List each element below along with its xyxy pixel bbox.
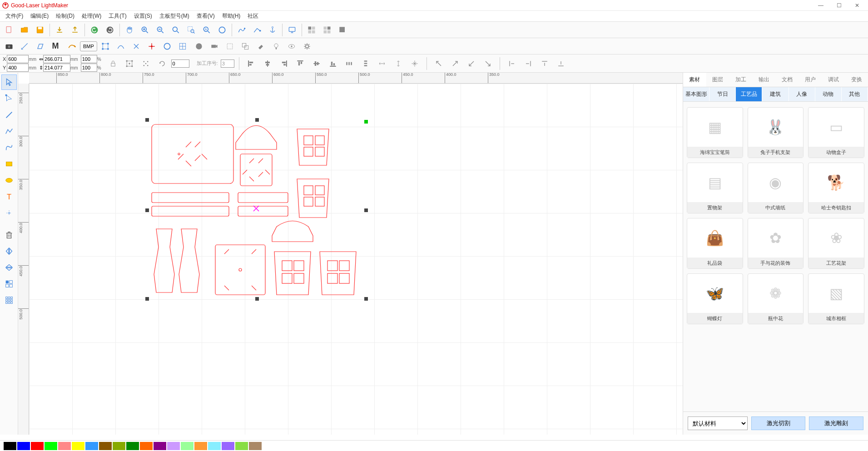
zoom-fit-button[interactable] xyxy=(169,23,183,37)
panel-tab-5[interactable]: 用户 xyxy=(799,73,822,87)
height-pct-input[interactable] xyxy=(81,64,97,72)
panel-tab-0[interactable]: 素材 xyxy=(683,73,706,87)
align-center-v-button[interactable] xyxy=(309,56,324,71)
x-input[interactable] xyxy=(7,55,29,63)
line-tool[interactable] xyxy=(1,107,17,123)
circle-button[interactable] xyxy=(160,39,174,54)
rotate-input[interactable] xyxy=(171,59,189,68)
path-tool-1[interactable] xyxy=(234,23,249,37)
open-button[interactable] xyxy=(17,23,32,37)
panel-tab-2[interactable]: 加工 xyxy=(729,73,753,87)
grid-2-button[interactable] xyxy=(320,23,334,37)
skew-button[interactable] xyxy=(33,39,47,54)
corner-br-button[interactable] xyxy=(481,56,495,71)
panel-tab-1[interactable]: 图层 xyxy=(706,73,729,87)
dots-button[interactable] xyxy=(139,56,153,71)
material-select[interactable]: 默认材料 xyxy=(688,416,748,430)
bmp-button[interactable]: BMP xyxy=(80,41,97,51)
anchor-grid-button[interactable] xyxy=(122,56,137,71)
light-button[interactable] xyxy=(269,39,283,54)
ellipse-tool[interactable] xyxy=(1,173,17,188)
gallery-item-4[interactable]: ◉中式墙纸 xyxy=(748,163,804,213)
y-input[interactable] xyxy=(7,64,29,72)
zoom-in-button[interactable] xyxy=(138,23,152,37)
bbox-button[interactable] xyxy=(98,39,113,54)
width-input[interactable] xyxy=(43,55,70,63)
mirror-v-tool[interactable] xyxy=(1,260,17,275)
camera-button[interactable] xyxy=(2,39,16,54)
menu-board[interactable]: 主板型号(M) xyxy=(156,12,193,20)
node-tool[interactable] xyxy=(1,91,17,106)
grid-button[interactable] xyxy=(175,39,190,54)
panel-tab-3[interactable]: 输出 xyxy=(753,73,776,87)
align-center-h-button[interactable] xyxy=(260,56,275,71)
corner-tr-button[interactable] xyxy=(448,56,462,71)
design-shapes[interactable] xyxy=(147,120,374,312)
text-tool[interactable]: T xyxy=(1,189,17,204)
gear-button[interactable] xyxy=(300,39,314,54)
dashrect-button[interactable] xyxy=(223,39,237,54)
m-button[interactable]: M xyxy=(48,39,63,54)
anchor-button[interactable] xyxy=(265,23,280,37)
menu-draw[interactable]: 绘制(D) xyxy=(52,12,78,20)
corner-tl-button[interactable] xyxy=(432,56,446,71)
curve-tool[interactable] xyxy=(1,140,17,155)
category-tab-2[interactable]: 工艺品 xyxy=(736,87,762,101)
grid-array-tool[interactable] xyxy=(1,292,17,308)
category-tab-5[interactable]: 动物 xyxy=(815,87,842,101)
menu-tools[interactable]: 工具(T) xyxy=(105,12,130,20)
edge-b-button[interactable] xyxy=(554,56,568,71)
edge-r-button[interactable] xyxy=(521,56,536,71)
height-input[interactable] xyxy=(43,64,70,72)
rotate-button[interactable] xyxy=(155,56,169,71)
align-top-button[interactable] xyxy=(293,56,308,71)
overlap-button[interactable] xyxy=(238,39,253,54)
menu-community[interactable]: 社区 xyxy=(244,12,262,20)
curve-button[interactable] xyxy=(114,39,128,54)
grid-1-button[interactable] xyxy=(304,23,319,37)
save-button[interactable] xyxy=(33,23,47,37)
gallery-item-8[interactable]: ❀工艺花架 xyxy=(808,218,864,269)
menu-view[interactable]: 查看(V) xyxy=(193,12,218,20)
edge-t-button[interactable] xyxy=(537,56,552,71)
array-tool[interactable] xyxy=(1,276,17,292)
gallery-item-7[interactable]: ✿手与花的装饰 xyxy=(748,218,804,269)
gallery-item-3[interactable]: ▤置物架 xyxy=(687,163,743,213)
menu-process[interactable]: 处理(W) xyxy=(78,12,105,20)
gallery-item-6[interactable]: 👜礼品袋 xyxy=(687,218,743,269)
gallery-item-9[interactable]: 🦋蝴蝶灯 xyxy=(687,273,743,324)
erase-button[interactable] xyxy=(253,39,268,54)
category-tab-4[interactable]: 人像 xyxy=(789,87,815,101)
canvas[interactable] xyxy=(29,84,683,435)
laser-cut-button[interactable]: 激光切割 xyxy=(751,416,806,430)
gallery-item-5[interactable]: 🐕哈士奇钥匙扣 xyxy=(808,163,864,213)
import-button[interactable] xyxy=(52,23,67,37)
align-left-button[interactable] xyxy=(244,56,258,71)
width-pct-input[interactable] xyxy=(81,55,97,63)
space-h-button[interactable] xyxy=(375,56,389,71)
panel-tab-6[interactable]: 调试 xyxy=(822,73,845,87)
draw-button[interactable] xyxy=(64,39,79,54)
monitor-button[interactable] xyxy=(285,23,299,37)
gallery-item-2[interactable]: ▭动物盒子 xyxy=(808,107,864,158)
delete-tool[interactable] xyxy=(1,227,17,243)
zoom-select-button[interactable] xyxy=(184,23,198,37)
fill-button[interactable] xyxy=(192,39,206,54)
rect-tool[interactable] xyxy=(1,156,17,172)
proc-input[interactable] xyxy=(221,59,234,68)
dist-v-button[interactable] xyxy=(358,56,373,71)
pan-button[interactable] xyxy=(122,23,137,37)
redo-button[interactable] xyxy=(103,23,117,37)
close-button[interactable]: ✕ xyxy=(848,0,866,11)
gallery-item-10[interactable]: ❁瓶中花 xyxy=(748,273,804,324)
lock-button[interactable] xyxy=(106,56,120,71)
menu-help[interactable]: 帮助(H) xyxy=(218,12,244,20)
panel-tab-4[interactable]: 文档 xyxy=(776,73,799,87)
center-canvas-button[interactable] xyxy=(407,56,422,71)
panel-tab-7[interactable]: 变换 xyxy=(845,73,868,87)
menu-file[interactable]: 文件(F) xyxy=(2,12,27,20)
menu-edit[interactable]: 编辑(E) xyxy=(27,12,52,20)
laser-engrave-button[interactable]: 激光雕刻 xyxy=(809,416,863,430)
mirror-h-tool[interactable] xyxy=(1,243,17,259)
category-tab-3[interactable]: 建筑 xyxy=(762,87,789,101)
